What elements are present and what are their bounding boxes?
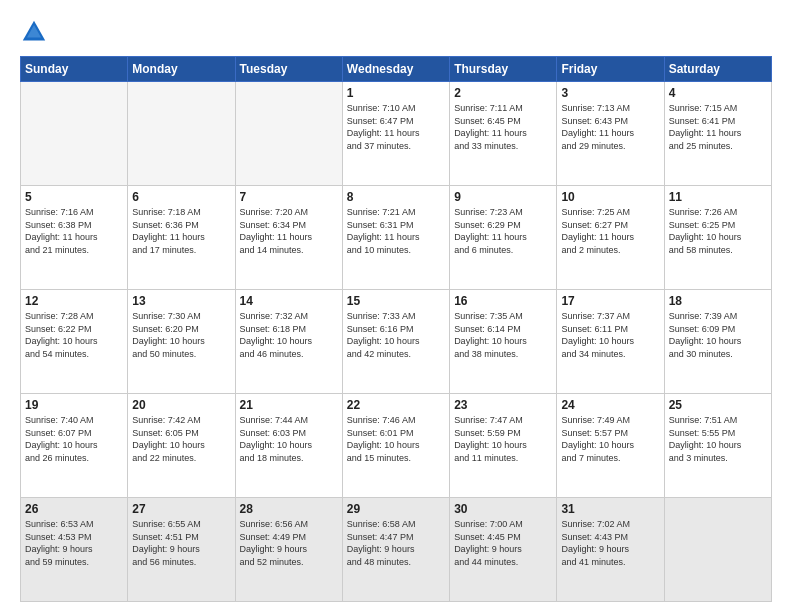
day-number: 6 (132, 190, 230, 204)
calendar-cell: 20Sunrise: 7:42 AM Sunset: 6:05 PM Dayli… (128, 394, 235, 498)
day-info: Sunrise: 7:02 AM Sunset: 4:43 PM Dayligh… (561, 518, 659, 568)
week-row-5: 26Sunrise: 6:53 AM Sunset: 4:53 PM Dayli… (21, 498, 772, 602)
day-info: Sunrise: 7:40 AM Sunset: 6:07 PM Dayligh… (25, 414, 123, 464)
logo (20, 16, 50, 46)
calendar-cell: 30Sunrise: 7:00 AM Sunset: 4:45 PM Dayli… (450, 498, 557, 602)
week-row-3: 12Sunrise: 7:28 AM Sunset: 6:22 PM Dayli… (21, 290, 772, 394)
day-info: Sunrise: 7:30 AM Sunset: 6:20 PM Dayligh… (132, 310, 230, 360)
day-number: 2 (454, 86, 552, 100)
day-number: 7 (240, 190, 338, 204)
day-info: Sunrise: 7:44 AM Sunset: 6:03 PM Dayligh… (240, 414, 338, 464)
calendar-cell: 18Sunrise: 7:39 AM Sunset: 6:09 PM Dayli… (664, 290, 771, 394)
day-info: Sunrise: 7:18 AM Sunset: 6:36 PM Dayligh… (132, 206, 230, 256)
calendar-cell: 13Sunrise: 7:30 AM Sunset: 6:20 PM Dayli… (128, 290, 235, 394)
day-number: 11 (669, 190, 767, 204)
days-of-week-row: SundayMondayTuesdayWednesdayThursdayFrid… (21, 57, 772, 82)
day-number: 8 (347, 190, 445, 204)
calendar-cell: 12Sunrise: 7:28 AM Sunset: 6:22 PM Dayli… (21, 290, 128, 394)
day-info: Sunrise: 7:33 AM Sunset: 6:16 PM Dayligh… (347, 310, 445, 360)
day-number: 3 (561, 86, 659, 100)
day-info: Sunrise: 7:37 AM Sunset: 6:11 PM Dayligh… (561, 310, 659, 360)
calendar-header: SundayMondayTuesdayWednesdayThursdayFrid… (21, 57, 772, 82)
calendar-cell: 9Sunrise: 7:23 AM Sunset: 6:29 PM Daylig… (450, 186, 557, 290)
day-number: 25 (669, 398, 767, 412)
calendar-cell: 11Sunrise: 7:26 AM Sunset: 6:25 PM Dayli… (664, 186, 771, 290)
day-number: 16 (454, 294, 552, 308)
day-number: 28 (240, 502, 338, 516)
calendar-cell: 14Sunrise: 7:32 AM Sunset: 6:18 PM Dayli… (235, 290, 342, 394)
day-number: 17 (561, 294, 659, 308)
day-number: 21 (240, 398, 338, 412)
day-number: 15 (347, 294, 445, 308)
day-of-week-wednesday: Wednesday (342, 57, 449, 82)
day-info: Sunrise: 7:20 AM Sunset: 6:34 PM Dayligh… (240, 206, 338, 256)
day-number: 4 (669, 86, 767, 100)
calendar-cell: 21Sunrise: 7:44 AM Sunset: 6:03 PM Dayli… (235, 394, 342, 498)
day-info: Sunrise: 6:58 AM Sunset: 4:47 PM Dayligh… (347, 518, 445, 568)
day-info: Sunrise: 7:49 AM Sunset: 5:57 PM Dayligh… (561, 414, 659, 464)
day-number: 14 (240, 294, 338, 308)
day-of-week-friday: Friday (557, 57, 664, 82)
calendar-cell: 24Sunrise: 7:49 AM Sunset: 5:57 PM Dayli… (557, 394, 664, 498)
calendar-cell: 26Sunrise: 6:53 AM Sunset: 4:53 PM Dayli… (21, 498, 128, 602)
day-number: 24 (561, 398, 659, 412)
calendar-cell (128, 82, 235, 186)
calendar-cell: 1Sunrise: 7:10 AM Sunset: 6:47 PM Daylig… (342, 82, 449, 186)
calendar-cell (235, 82, 342, 186)
day-info: Sunrise: 7:47 AM Sunset: 5:59 PM Dayligh… (454, 414, 552, 464)
day-info: Sunrise: 6:53 AM Sunset: 4:53 PM Dayligh… (25, 518, 123, 568)
day-number: 9 (454, 190, 552, 204)
day-number: 5 (25, 190, 123, 204)
day-of-week-monday: Monday (128, 57, 235, 82)
calendar-cell: 5Sunrise: 7:16 AM Sunset: 6:38 PM Daylig… (21, 186, 128, 290)
week-row-4: 19Sunrise: 7:40 AM Sunset: 6:07 PM Dayli… (21, 394, 772, 498)
day-info: Sunrise: 7:42 AM Sunset: 6:05 PM Dayligh… (132, 414, 230, 464)
calendar-cell: 4Sunrise: 7:15 AM Sunset: 6:41 PM Daylig… (664, 82, 771, 186)
calendar-cell: 2Sunrise: 7:11 AM Sunset: 6:45 PM Daylig… (450, 82, 557, 186)
calendar-cell: 3Sunrise: 7:13 AM Sunset: 6:43 PM Daylig… (557, 82, 664, 186)
day-info: Sunrise: 7:16 AM Sunset: 6:38 PM Dayligh… (25, 206, 123, 256)
day-number: 10 (561, 190, 659, 204)
day-info: Sunrise: 7:35 AM Sunset: 6:14 PM Dayligh… (454, 310, 552, 360)
calendar-cell: 17Sunrise: 7:37 AM Sunset: 6:11 PM Dayli… (557, 290, 664, 394)
calendar-cell: 7Sunrise: 7:20 AM Sunset: 6:34 PM Daylig… (235, 186, 342, 290)
day-number: 22 (347, 398, 445, 412)
day-number: 1 (347, 86, 445, 100)
day-of-week-saturday: Saturday (664, 57, 771, 82)
calendar-cell: 16Sunrise: 7:35 AM Sunset: 6:14 PM Dayli… (450, 290, 557, 394)
day-info: Sunrise: 7:13 AM Sunset: 6:43 PM Dayligh… (561, 102, 659, 152)
day-info: Sunrise: 7:25 AM Sunset: 6:27 PM Dayligh… (561, 206, 659, 256)
day-of-week-thursday: Thursday (450, 57, 557, 82)
day-number: 27 (132, 502, 230, 516)
calendar-cell (21, 82, 128, 186)
header (20, 16, 772, 46)
calendar-cell: 8Sunrise: 7:21 AM Sunset: 6:31 PM Daylig… (342, 186, 449, 290)
day-info: Sunrise: 6:55 AM Sunset: 4:51 PM Dayligh… (132, 518, 230, 568)
day-info: Sunrise: 7:26 AM Sunset: 6:25 PM Dayligh… (669, 206, 767, 256)
calendar-cell: 10Sunrise: 7:25 AM Sunset: 6:27 PM Dayli… (557, 186, 664, 290)
day-info: Sunrise: 7:28 AM Sunset: 6:22 PM Dayligh… (25, 310, 123, 360)
calendar-cell: 28Sunrise: 6:56 AM Sunset: 4:49 PM Dayli… (235, 498, 342, 602)
day-number: 13 (132, 294, 230, 308)
calendar-cell: 29Sunrise: 6:58 AM Sunset: 4:47 PM Dayli… (342, 498, 449, 602)
calendar-cell (664, 498, 771, 602)
day-info: Sunrise: 7:39 AM Sunset: 6:09 PM Dayligh… (669, 310, 767, 360)
day-number: 20 (132, 398, 230, 412)
calendar: SundayMondayTuesdayWednesdayThursdayFrid… (20, 56, 772, 602)
day-number: 12 (25, 294, 123, 308)
calendar-cell: 6Sunrise: 7:18 AM Sunset: 6:36 PM Daylig… (128, 186, 235, 290)
calendar-cell: 19Sunrise: 7:40 AM Sunset: 6:07 PM Dayli… (21, 394, 128, 498)
calendar-cell: 31Sunrise: 7:02 AM Sunset: 4:43 PM Dayli… (557, 498, 664, 602)
day-info: Sunrise: 7:32 AM Sunset: 6:18 PM Dayligh… (240, 310, 338, 360)
day-number: 29 (347, 502, 445, 516)
day-number: 19 (25, 398, 123, 412)
day-info: Sunrise: 7:11 AM Sunset: 6:45 PM Dayligh… (454, 102, 552, 152)
calendar-cell: 25Sunrise: 7:51 AM Sunset: 5:55 PM Dayli… (664, 394, 771, 498)
week-row-1: 1Sunrise: 7:10 AM Sunset: 6:47 PM Daylig… (21, 82, 772, 186)
day-info: Sunrise: 7:23 AM Sunset: 6:29 PM Dayligh… (454, 206, 552, 256)
day-number: 30 (454, 502, 552, 516)
logo-icon (20, 18, 48, 46)
day-number: 23 (454, 398, 552, 412)
day-info: Sunrise: 7:10 AM Sunset: 6:47 PM Dayligh… (347, 102, 445, 152)
day-info: Sunrise: 7:21 AM Sunset: 6:31 PM Dayligh… (347, 206, 445, 256)
